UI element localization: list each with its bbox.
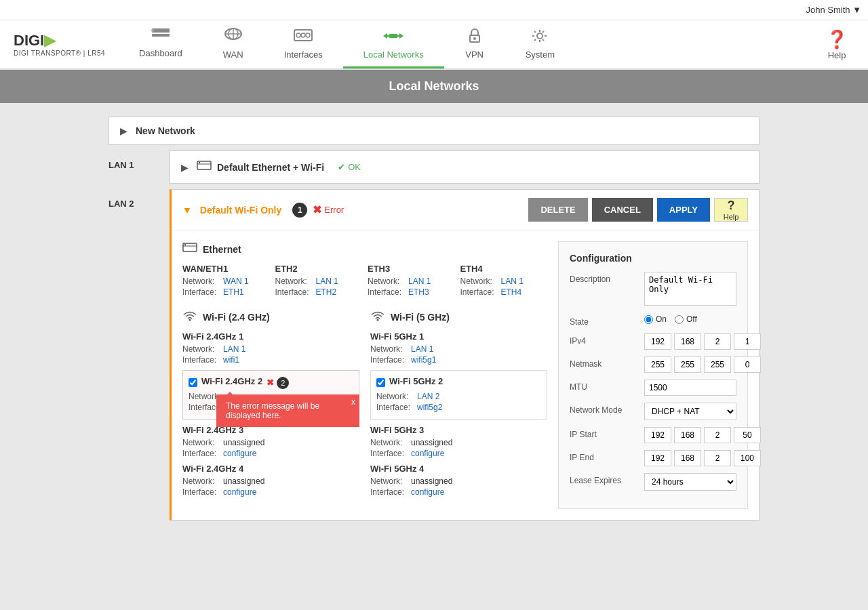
wifi24-1-interface[interactable]: wifi1 <box>223 355 239 365</box>
ethernet-title: Ethernet <box>203 244 241 255</box>
netmask-octet1[interactable] <box>644 357 671 373</box>
config-description-value: Default Wi-Fi Only <box>644 272 736 308</box>
help-question-icon: ? <box>728 199 735 213</box>
netmask-octet2[interactable] <box>674 357 701 373</box>
config-state-label: State <box>570 314 644 327</box>
state-on-label[interactable]: On <box>644 314 667 324</box>
main-content: ▶ New Network LAN 1 ▶ Default Ethernet +… <box>0 103 868 540</box>
lease-expires-select[interactable]: 1 hour 2 hours 4 hours 8 hours 12 hours … <box>644 473 736 491</box>
cancel-button[interactable]: CANCEL <box>592 198 653 222</box>
error-x-icon: ✖ <box>313 203 321 216</box>
ip-end-octet1[interactable] <box>644 450 671 466</box>
ip-end-octet2[interactable] <box>674 450 701 466</box>
wifi5-4-interface[interactable]: configure <box>411 487 444 497</box>
nav-wan[interactable]: WAN <box>203 20 264 68</box>
user-menu[interactable]: John Smith ▼ <box>806 5 861 15</box>
ipv4-octet1[interactable] <box>644 333 671 350</box>
wifi5-icon <box>370 309 385 325</box>
error-tooltip-close[interactable]: x <box>351 397 355 407</box>
wifi24-2-checkbox[interactable] <box>189 378 197 387</box>
nav-system[interactable]: System <box>505 20 575 68</box>
config-description-row: Description Default Wi-Fi Only <box>570 272 736 308</box>
config-ip-end-row: IP End <box>570 450 736 466</box>
lan2-interfaces: Ethernet WAN/ETH1 Network: WAN 1 <box>182 241 547 509</box>
eth-eth4-interface[interactable]: ETH4 <box>501 287 522 297</box>
ip-end-octet3[interactable] <box>704 450 731 466</box>
ip-start-octet3[interactable] <box>704 427 731 443</box>
wifi5-2-interface[interactable]: wifi5g2 <box>417 403 442 412</box>
ipv4-octet4[interactable] <box>734 333 761 350</box>
error-label: Error <box>324 205 344 215</box>
netmask-octet3[interactable] <box>704 357 731 373</box>
help-icon: ❓ <box>826 29 848 50</box>
config-network-mode-label: Network Mode <box>570 403 644 415</box>
wifi5-1-interface[interactable]: wifi5g1 <box>411 355 436 365</box>
nav-vpn[interactable]: VPN <box>444 20 505 68</box>
wifi5-3-network: unassigned <box>411 438 452 447</box>
state-off-radio[interactable] <box>675 315 684 324</box>
svg-marker-13 <box>383 33 387 39</box>
wifi5-3-interface[interactable]: configure <box>411 449 444 458</box>
wifi24-1-network[interactable]: LAN 1 <box>223 344 245 354</box>
lan2-label: LAN 2 <box>108 189 170 521</box>
wifi5-2-network[interactable]: LAN 2 <box>417 392 439 401</box>
nav-interfaces[interactable]: Interfaces <box>264 20 343 68</box>
state-on-text: On <box>656 314 667 324</box>
new-network-header[interactable]: ▶ New Network <box>109 117 759 144</box>
config-lease-expires-value: 1 hour 2 hours 4 hours 8 hours 12 hours … <box>644 473 736 491</box>
config-ip-start-row: IP Start <box>570 427 736 443</box>
eth-wan-eth1-interface[interactable]: ETH1 <box>223 287 244 297</box>
config-network-mode-row: Network Mode DHCP + NAT Static None <box>570 403 736 420</box>
interfaces-icon <box>292 27 315 49</box>
netmask-octet4[interactable] <box>734 357 761 373</box>
mtu-input[interactable] <box>644 380 736 396</box>
wifi5-4: Wi-Fi 5GHz 4 Network: unassigned Interfa… <box>370 464 547 497</box>
wifi24-4: Wi-Fi 2.4GHz 4 Network: unassigned Inter… <box>182 464 359 497</box>
eth-eth4-title: ETH4 <box>460 264 548 274</box>
lan1-arrow[interactable]: ▶ <box>181 162 189 173</box>
wifi24-3-interface[interactable]: configure <box>223 449 256 458</box>
config-description-input[interactable]: Default Wi-Fi Only <box>644 272 736 306</box>
lan1-status: ✔ OK <box>338 162 361 172</box>
help-panel-button[interactable]: ? ? Help <box>714 198 748 222</box>
svg-point-11 <box>306 33 310 37</box>
ip-end-octet4[interactable] <box>734 450 761 466</box>
eth-eth3-interface[interactable]: ETH3 <box>408 287 429 297</box>
lan1-label: LAN 1 <box>108 150 170 184</box>
nav-local-networks[interactable]: Local Networks <box>343 20 444 68</box>
delete-button[interactable]: DELETE <box>528 198 587 222</box>
eth-eth3-network[interactable]: LAN 1 <box>408 277 431 286</box>
lan1-header: ▶ Default Ethernet + Wi-Fi ✔ OK <box>170 151 759 183</box>
lan2-arrow[interactable]: ▼ <box>182 205 192 216</box>
config-lease-expires-row: Lease Expires 1 hour 2 hours 4 hours 8 h… <box>570 473 736 491</box>
eth-eth2-network[interactable]: LAN 1 <box>316 277 338 286</box>
wifi24-2-badge: 2 <box>277 377 289 389</box>
ipv4-octet2[interactable] <box>674 333 701 350</box>
config-mtu-value <box>644 380 736 396</box>
ip-start-octet2[interactable] <box>674 427 701 443</box>
nav-dashboard[interactable]: — — Dashboard <box>119 20 203 68</box>
nav-help[interactable]: ❓ Help <box>812 22 861 67</box>
eth-eth2-interface[interactable]: ETH2 <box>316 287 337 297</box>
config-description-label: Description <box>570 272 644 284</box>
state-off-label[interactable]: Off <box>675 314 697 324</box>
svg-text:— —: — — <box>155 28 163 33</box>
wifi24-4-interface[interactable]: configure <box>223 487 256 497</box>
state-on-radio[interactable] <box>644 315 653 324</box>
error-badge: 1 <box>292 203 307 218</box>
eth-wan-eth1-network[interactable]: WAN 1 <box>223 277 249 286</box>
ip-start-octet1[interactable] <box>644 427 671 443</box>
apply-button[interactable]: APPLY <box>657 198 710 222</box>
eth-eth4-network[interactable]: LAN 1 <box>501 277 524 286</box>
new-network-arrow[interactable]: ▶ <box>120 125 127 136</box>
nav-interfaces-label: Interfaces <box>284 49 323 60</box>
svg-point-24 <box>184 244 186 245</box>
ipv4-octet3[interactable] <box>704 333 731 350</box>
state-off-text: Off <box>686 314 697 324</box>
svg-rect-8 <box>294 30 312 41</box>
ip-start-octet4[interactable] <box>734 427 761 443</box>
network-mode-select[interactable]: DHCP + NAT Static None <box>644 403 736 420</box>
wifi5-1-network[interactable]: LAN 1 <box>411 344 433 354</box>
dashboard-icon: — — <box>151 27 171 48</box>
wifi5-2-checkbox[interactable] <box>376 378 385 387</box>
